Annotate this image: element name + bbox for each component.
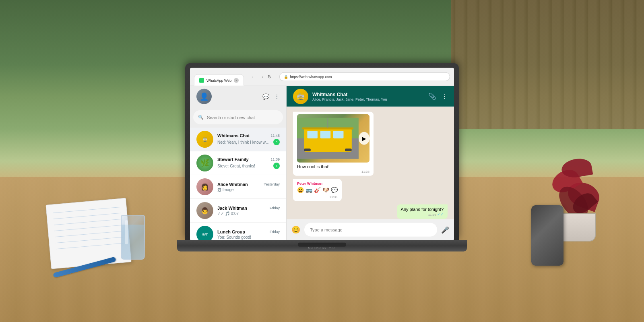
user-avatar[interactable]: 👤 xyxy=(196,89,212,104)
laptop: WhatsApp Web × ← → ↻ 🔒 https://web.whats… xyxy=(185,63,459,252)
search-bar[interactable]: 🔍 xyxy=(193,110,283,124)
whatsapp-sidebar: 👤 💬 ⋮ 🔍 xyxy=(190,86,287,240)
active-chat-members: Alice, Francis, Jack, Jane, Peter, Thoma… xyxy=(312,97,424,101)
search-icon: 🔍 xyxy=(198,115,204,120)
browser-chrome: WhatsApp Web × ← → ↻ 🔒 https://web.whats… xyxy=(190,68,454,86)
chat-avatar-whitmans: 🚋 xyxy=(196,131,213,148)
fence-background xyxy=(451,0,644,129)
video-thumbnail[interactable]: ▶ xyxy=(297,114,369,163)
chat-info-whitmans: Whitmans Chat 11:45 Ned: Yeah, I think I… xyxy=(217,133,280,145)
chat-item-jack[interactable]: 👨 Jack Whitman Friday ✓✓ 🎵 0:07 xyxy=(190,199,286,223)
chat-area: 🚋 Whitmans Chat Alice, Francis, Jack, Ja… xyxy=(287,86,454,240)
chat-name-lunch: Lunch Group xyxy=(217,229,245,234)
sidebar-header: 👤 💬 ⋮ xyxy=(190,86,286,107)
browser-tab-whatsapp[interactable]: WhatsApp Web × xyxy=(194,74,244,86)
message-time-1: 11:38 xyxy=(297,170,369,173)
message-peter-emoji: Peter Whitman 😀 🚌 🎸 🐶 💬 11:38 xyxy=(293,179,342,201)
chat-list: 🚋 Whitmans Chat 11:45 Ned: Yeah, I think… xyxy=(190,128,286,240)
message-video: ▶ How cool is that! 11:38 xyxy=(293,112,374,176)
chat-avatar-jack: 👨 xyxy=(196,202,213,219)
svg-rect-4 xyxy=(320,131,330,138)
lock-icon: 🔒 xyxy=(284,75,288,79)
chat-time-stewart: 11:39 xyxy=(270,157,280,161)
chat-last-msg-stewart: Steve: Great, thanks! xyxy=(217,163,272,168)
forward-button[interactable]: → xyxy=(258,74,265,80)
message-ticks: ✓✓ xyxy=(437,212,444,216)
sent-message-text: Any plans for tonight? xyxy=(401,206,444,211)
chat-time-jack: Friday xyxy=(270,206,280,210)
chat-avatar-lunch: EAT xyxy=(196,226,213,240)
svg-rect-6 xyxy=(304,149,311,151)
chat-avatar-alice: 👩 xyxy=(196,178,213,195)
chat-name-alice: Alice Whitman xyxy=(217,182,248,186)
back-button[interactable]: ← xyxy=(250,74,257,80)
message-input-area: 😊 🎤 xyxy=(287,219,454,240)
message-time-2: 11:38 xyxy=(297,195,338,198)
emoji-content: 😀 🚌 🎸 🐶 💬 xyxy=(297,186,338,194)
chat-info-stewart: Stewart Family 11:39 Steve: Great, thank… xyxy=(217,157,280,169)
chat-time-whitmans: 11:45 xyxy=(270,134,280,138)
chat-badge-whitmans: 5 xyxy=(273,139,280,145)
chat-header-info: Whitmans Chat Alice, Francis, Jack, Jane… xyxy=(312,91,424,101)
message-sent-1: Any plans for tonight? 11:39 ✓✓ xyxy=(397,204,448,219)
laptop-base: MacBook Pro xyxy=(177,240,467,252)
search-input[interactable] xyxy=(207,115,278,120)
browser-tabs: WhatsApp Web × xyxy=(194,68,244,86)
svg-rect-3 xyxy=(307,131,317,138)
chat-item-alice[interactable]: 👩 Alice Whitman Yesterday 🖼 Image xyxy=(190,175,286,199)
chat-menu-icon[interactable]: ⋮ xyxy=(441,93,448,100)
whatsapp-app: 👤 💬 ⋮ 🔍 xyxy=(190,86,454,240)
messages-container: ▶ How cool is that! 11:38 Peter Whitman … xyxy=(287,107,454,219)
smartphone xyxy=(531,205,564,266)
tab-title: WhatsApp Web xyxy=(206,78,231,82)
svg-rect-5 xyxy=(333,131,343,138)
chat-last-msg-jack: ✓✓ 🎵 0:07 xyxy=(217,211,280,215)
glass-of-water xyxy=(119,211,147,260)
chat-badge-stewart: 1 xyxy=(273,163,280,169)
message-time-3: 11:39 ✓✓ xyxy=(401,212,444,216)
chat-item-stewart[interactable]: 🌿 Stewart Family 11:39 Steve: Great, tha… xyxy=(190,151,286,175)
chat-last-msg-alice: 🖼 Image xyxy=(217,187,280,192)
sidebar-menu-icon[interactable]: ⋮ xyxy=(274,93,280,100)
refresh-button[interactable]: ↻ xyxy=(266,74,273,80)
chat-time-alice: Yesterday xyxy=(264,182,280,186)
attachment-icon[interactable]: 📎 xyxy=(428,93,436,100)
laptop-screen-wrapper: WhatsApp Web × ← → ↻ 🔒 https://web.whats… xyxy=(185,63,459,240)
chat-name-stewart: Stewart Family xyxy=(217,157,249,162)
message-input[interactable] xyxy=(304,223,437,237)
sender-name-peter: Peter Whitman xyxy=(297,182,338,186)
sidebar-header-icons: 💬 ⋮ xyxy=(262,93,280,100)
active-chat-avatar[interactable]: 🚋 xyxy=(293,89,308,104)
chat-info-jack: Jack Whitman Friday ✓✓ 🎵 0:07 xyxy=(217,205,280,215)
chat-avatar-stewart: 🌿 xyxy=(196,155,213,171)
new-chat-icon[interactable]: 💬 xyxy=(262,93,269,100)
chat-time-lunch: Friday xyxy=(270,229,280,233)
chat-info-lunch: Lunch Group Friday You: Sounds good! xyxy=(217,229,280,239)
chat-item-lunch[interactable]: EAT Lunch Group Friday You: Sounds good! xyxy=(190,223,286,240)
play-button[interactable]: ▶ xyxy=(359,132,369,145)
chat-header-icons: 📎 ⋮ xyxy=(428,93,448,100)
chat-last-msg-whitmans: Ned: Yeah, I think I know what y... xyxy=(217,140,272,144)
video-caption: How cool is that! xyxy=(297,164,369,169)
emoji-button[interactable]: 😊 xyxy=(291,225,300,234)
laptop-screen: WhatsApp Web × ← → ↻ 🔒 https://web.whats… xyxy=(190,68,454,240)
chat-header: 🚋 Whitmans Chat Alice, Francis, Jack, Ja… xyxy=(287,86,454,107)
address-bar[interactable]: 🔒 https://web.whatsapp.com xyxy=(279,72,450,81)
chat-info-alice: Alice Whitman Yesterday 🖼 Image xyxy=(217,182,280,192)
chat-name-jack: Jack Whitman xyxy=(217,205,247,210)
laptop-brand-label: MacBook Pro xyxy=(308,246,336,250)
active-chat-name: Whitmans Chat xyxy=(312,91,424,97)
chat-last-msg-lunch: You: Sounds good! xyxy=(217,235,280,239)
chat-name-whitmans: Whitmans Chat xyxy=(217,133,250,138)
tab-close-button[interactable]: × xyxy=(234,78,239,83)
browser-navigation: ← → ↻ xyxy=(247,74,276,80)
chat-item-whitmans[interactable]: 🚋 Whitmans Chat 11:45 Ned: Yeah, I think… xyxy=(190,128,286,151)
tab-favicon xyxy=(199,78,204,83)
microphone-button[interactable]: 🎤 xyxy=(441,226,449,233)
address-text: https://web.whatsapp.com xyxy=(290,75,332,79)
svg-rect-7 xyxy=(345,149,352,151)
